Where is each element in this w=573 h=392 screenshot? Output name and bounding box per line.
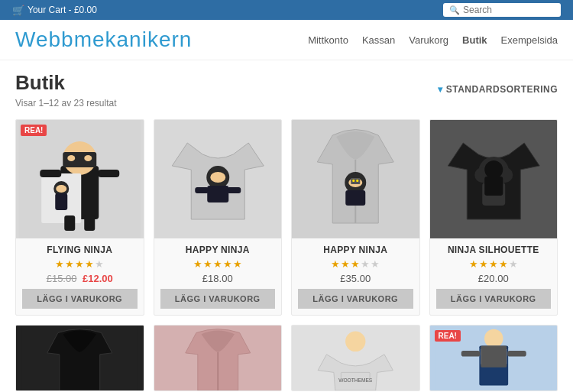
top-bar: 🛒 Your Cart - £0.00 🔍 xyxy=(0,0,573,20)
nav-exempelsida[interactable]: Exempelsida xyxy=(501,34,558,46)
product-card-7: WOOTHEMES xyxy=(291,325,420,391)
product-image-6 xyxy=(154,326,282,390)
logo[interactable]: Webbmekanikern xyxy=(15,28,192,52)
svg-rect-48 xyxy=(461,351,480,357)
star-3-1: ★ xyxy=(331,258,340,270)
star-3-3: ★ xyxy=(351,258,360,270)
price-value-2: £18.00 xyxy=(202,273,233,284)
nav-mittkonto[interactable]: Mittkonto xyxy=(308,34,348,46)
product-image-3 xyxy=(292,120,419,238)
price-2: £18.00 xyxy=(160,273,276,284)
sale-badge: REA! xyxy=(21,125,47,136)
product-card-happy-ninja-hoodie: HAPPY NINJA ★ ★ ★ ★ ★ £35.00 LÄGG I VARU… xyxy=(291,119,420,316)
search-icon: 🔍 xyxy=(449,5,460,15)
product-name-2: HAPPY NINJA xyxy=(160,245,276,255)
svg-rect-49 xyxy=(507,351,526,357)
page-title: Butik xyxy=(15,71,65,95)
product-info-3: HAPPY NINJA ★ ★ ★ ★ ★ £35.00 LÄGG I VARU… xyxy=(292,238,419,315)
svg-rect-50 xyxy=(481,345,507,367)
cart-info[interactable]: 🛒 Your Cart - £0.00 xyxy=(12,5,97,16)
product-card-5 xyxy=(15,325,144,391)
star-4-3: ★ xyxy=(489,258,498,270)
star-4-1: ★ xyxy=(469,258,478,270)
page-content: Butik ▾ STANDARDSORTERING Visar 1–12 av … xyxy=(0,60,573,392)
svg-point-44 xyxy=(484,329,503,348)
cart-label: Your Cart - £0.00 xyxy=(28,5,97,15)
product-image-7: WOOTHEMES xyxy=(292,326,419,390)
svg-rect-27 xyxy=(356,180,358,182)
svg-rect-11 xyxy=(98,170,119,177)
star-1-2: ★ xyxy=(65,258,74,270)
product-grid-row2: WOOTHEMES REA! WOOTHEMES xyxy=(15,325,558,391)
svg-point-16 xyxy=(210,172,225,183)
star-3-5: ★ xyxy=(371,258,380,270)
star-2-3: ★ xyxy=(213,258,222,270)
svg-text:WOOTHEMES: WOOTHEMES xyxy=(338,377,373,383)
page-title-row: Butik ▾ STANDARDSORTERING xyxy=(15,71,558,95)
star-3-2: ★ xyxy=(341,258,350,270)
star-1-5: ★ xyxy=(95,258,104,270)
cart-icon: 🛒 xyxy=(12,5,24,16)
star-1-3: ★ xyxy=(75,258,84,270)
svg-point-40 xyxy=(345,332,365,352)
product-card-happy-ninja-tshirt: HAPPY NINJA ★ ★ ★ ★ ★ £18.00 LÄGG I VARU… xyxy=(154,119,283,316)
svg-rect-17 xyxy=(207,186,228,202)
product-info-2: HAPPY NINJA ★ ★ ★ ★ ★ £18.00 LÄGG I VARU… xyxy=(154,238,282,315)
sale-badge-8: REA! xyxy=(435,330,461,342)
sort-arrow-icon: ▾ xyxy=(438,84,443,95)
svg-rect-10 xyxy=(40,170,61,177)
stars-2: ★ ★ ★ ★ ★ xyxy=(160,258,276,270)
star-2-5: ★ xyxy=(233,258,242,270)
star-2-1: ★ xyxy=(193,258,202,270)
star-1-4: ★ xyxy=(85,258,94,270)
star-1-1: ★ xyxy=(55,258,64,270)
star-2-2: ★ xyxy=(203,258,212,270)
header: Webbmekanikern Mittkonto Kassan Varukorg… xyxy=(0,20,573,60)
price-4: £20.00 xyxy=(436,273,552,284)
add-to-cart-3[interactable]: LÄGG I VARUKORG xyxy=(298,289,413,309)
search-input[interactable] xyxy=(463,5,555,15)
svg-rect-12 xyxy=(64,215,75,231)
main-nav: Mittkonto Kassan Varukorg Butik Exempels… xyxy=(308,34,558,46)
price-value-4: £20.00 xyxy=(478,273,509,284)
new-price-1: £12.00 xyxy=(83,273,113,284)
product-image-4 xyxy=(430,120,558,238)
add-to-cart-2[interactable]: LÄGG I VARUKORG xyxy=(160,289,276,309)
nav-kassan[interactable]: Kassan xyxy=(362,34,395,46)
star-4-2: ★ xyxy=(479,258,488,270)
old-price-1: £15.00 xyxy=(47,273,77,284)
product-image-5 xyxy=(16,326,144,390)
product-info-4: NINJA SILHOUETTE ★ ★ ★ ★ ★ £20.00 LÄGG I… xyxy=(430,238,558,315)
add-to-cart-4[interactable]: LÄGG I VARUKORG xyxy=(436,289,552,309)
svg-point-4 xyxy=(67,155,75,161)
stars-1: ★ ★ ★ ★ ★ xyxy=(22,258,138,270)
sort-label: STANDARDSORTERING xyxy=(446,84,558,95)
svg-point-34 xyxy=(484,160,503,179)
search-bar[interactable]: 🔍 xyxy=(443,3,561,17)
nav-varukorg[interactable]: Varukorg xyxy=(409,34,448,46)
product-name-4: NINJA SILHOUETTE xyxy=(436,245,552,255)
product-card-ninja-silhouette: NINJA SILHOUETTE ★ ★ ★ ★ ★ £20.00 LÄGG I… xyxy=(429,119,558,316)
product-card-flying-ninja: REA! xyxy=(15,119,144,316)
star-2-4: ★ xyxy=(223,258,232,270)
svg-rect-9 xyxy=(55,193,67,210)
sort-dropdown[interactable]: ▾ STANDARDSORTERING xyxy=(438,84,558,95)
price-3: £35.00 xyxy=(298,273,413,284)
nav-butik[interactable]: Butik xyxy=(462,34,487,46)
svg-rect-24 xyxy=(345,190,365,206)
stars-3: ★ ★ ★ ★ ★ xyxy=(298,258,413,270)
svg-point-8 xyxy=(56,185,66,193)
star-4-5: ★ xyxy=(509,258,518,270)
star-3-4: ★ xyxy=(361,258,370,270)
stars-4: ★ ★ ★ ★ ★ xyxy=(436,258,552,270)
product-card-8: REA! WOOTHEMES xyxy=(429,325,558,391)
result-count: Visar 1–12 av 23 resultat xyxy=(15,98,558,109)
product-info-1: FLYING NINJA ★ ★ ★ ★ ★ £15.00 £12.00 LÄG… xyxy=(16,238,144,315)
svg-rect-25 xyxy=(351,178,360,184)
svg-rect-35 xyxy=(484,177,503,196)
product-image-2 xyxy=(154,120,282,238)
svg-point-5 xyxy=(84,155,92,161)
product-image-1 xyxy=(16,120,144,238)
add-to-cart-1[interactable]: LÄGG I VARUKORG xyxy=(22,289,138,309)
svg-rect-3 xyxy=(63,152,96,167)
